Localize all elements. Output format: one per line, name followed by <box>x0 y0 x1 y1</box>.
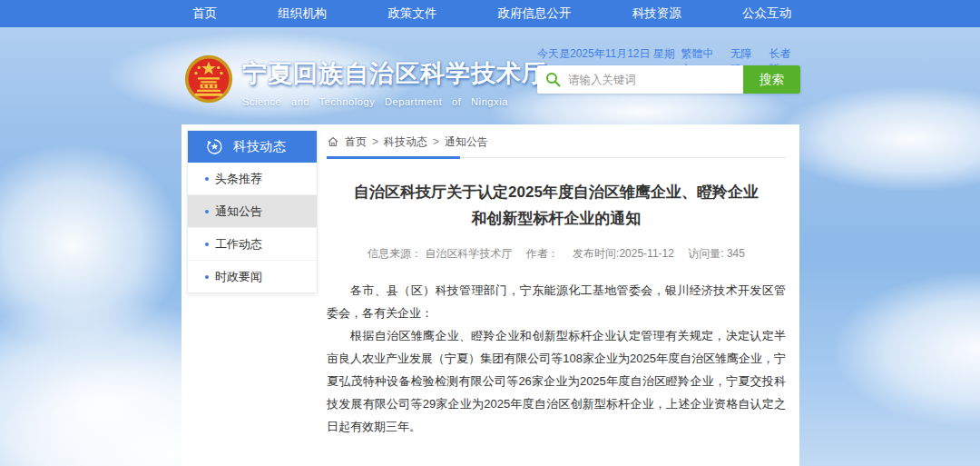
sidebar-item-label: 时政要闻 <box>215 269 262 285</box>
cloud-decoration <box>835 273 980 427</box>
sidebar: 科技动态 头条推荐 通知公告 工作动态 时政要闻 <box>187 130 318 293</box>
nav-item-home[interactable]: 首页 <box>192 5 217 22</box>
breadcrumb-home[interactable]: 首页 <box>345 134 367 150</box>
search-icon <box>545 72 561 87</box>
search-bar: 搜索 <box>537 65 800 94</box>
sidebar-item-label: 工作动态 <box>215 236 262 253</box>
cloud-decoration <box>776 86 980 191</box>
bullet-icon <box>205 275 209 279</box>
article-content: 首页 > 科技动态 > 通知公告 自治区科技厅关于认定2025年度自治区雏鹰企业… <box>327 132 786 466</box>
sidebar-title: 科技动态 <box>233 138 286 155</box>
breadcrumb-current: 通知公告 <box>445 134 488 150</box>
article-body: 各市、县（区）科技管理部门，宁东能源化工基地管委会，银川经济技术开发区管委会，各… <box>327 279 786 438</box>
sidebar-item-headlines[interactable]: 头条推荐 <box>188 163 317 195</box>
circled-star-icon <box>206 138 223 155</box>
sidebar-header: 科技动态 <box>188 131 317 163</box>
breadcrumb-separator: > <box>372 135 378 148</box>
paragraph: 根据自治区雏鹰企业、瞪羚企业和创新型标杆企业认定管理有关规定，决定认定半亩良人农… <box>327 324 786 438</box>
sidebar-item-label: 头条推荐 <box>215 171 262 187</box>
nav-item-resources[interactable]: 科技资源 <box>632 5 681 22</box>
meta-publish-time: 发布时间:2025-11-12 <box>573 247 674 260</box>
bullet-icon <box>205 210 209 213</box>
search-input[interactable] <box>561 73 743 87</box>
sidebar-item-label: 通知公告 <box>215 203 262 220</box>
breadcrumb-separator: > <box>433 135 439 148</box>
paragraph: 各市、县（区）科技管理部门，宁东能源化工基地管委会，银川经济技术开发区管委会，各… <box>327 279 786 324</box>
nav-item-gov-info[interactable]: 政府信息公开 <box>498 5 572 22</box>
nav-item-policy[interactable]: 政策文件 <box>387 5 436 22</box>
sidebar-item-work-updates[interactable]: 工作动态 <box>188 228 317 261</box>
top-nav: 首页 组织机构 政策文件 政府信息公开 科技资源 公众互动 <box>0 0 980 27</box>
bullet-icon <box>205 177 209 181</box>
breadcrumb: 首页 > 科技动态 > 通知公告 <box>327 132 786 152</box>
meta-views: 访问量: 345 <box>688 247 745 260</box>
article-title: 自治区科技厅关于认定2025年度自治区雏鹰企业、瞪羚企业 和创新型标杆企业的通知 <box>327 179 786 232</box>
sidebar-item-notices[interactable]: 通知公告 <box>188 195 317 228</box>
meta-source: 信息来源： 自治区科学技术厅 <box>368 247 512 260</box>
home-icon <box>327 135 339 148</box>
breadcrumb-divider <box>327 157 786 158</box>
national-emblem-logo <box>183 54 234 104</box>
sidebar-item-current-affairs[interactable]: 时政要闻 <box>188 261 317 292</box>
search-button[interactable]: 搜索 <box>743 65 800 94</box>
site-subtitle: Science and Technology Department of Nin… <box>242 96 547 107</box>
article-meta: 信息来源： 自治区科学技术厅 作者： 发布时间:2025-11-12 访问量: … <box>327 246 786 262</box>
meta-author: 作者： <box>526 247 559 260</box>
bullet-icon <box>205 243 209 246</box>
site-identity: 宁夏回族自治区科学技术厅 Science and Technology Depa… <box>242 57 547 107</box>
cloud-decoration <box>0 145 181 345</box>
main-panel: 科技动态 头条推荐 通知公告 工作动态 时政要闻 首页 > 科技动态 > <box>181 124 799 466</box>
site-title: 宁夏回族自治区科学技术厅 <box>242 57 547 90</box>
nav-item-interaction[interactable]: 公众互动 <box>742 5 791 22</box>
nav-item-organization[interactable]: 组织机构 <box>278 5 327 22</box>
breadcrumb-section[interactable]: 科技动态 <box>384 134 427 150</box>
active-tab-bar <box>327 156 460 159</box>
